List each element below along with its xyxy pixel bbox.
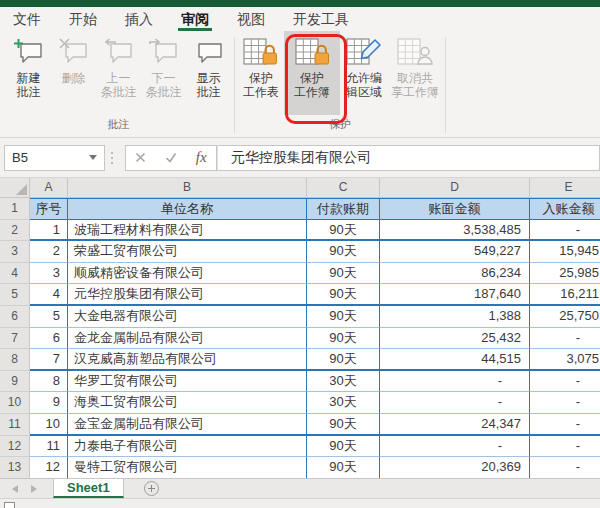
tab-view[interactable]: 视图 <box>237 7 265 31</box>
cell-term[interactable]: 90天 <box>307 414 380 436</box>
name-box-dropdown-icon[interactable] <box>89 155 97 160</box>
select-all-corner[interactable] <box>0 178 30 198</box>
cell-company[interactable]: 顺威精密设备有限公司 <box>68 263 307 285</box>
column-header-b[interactable]: B <box>68 178 307 198</box>
header-cell-book-amount[interactable]: 账面金额 <box>380 198 530 220</box>
protect-workbook-button[interactable]: 保护 工作簿 <box>284 31 340 115</box>
row-number[interactable]: 6 <box>0 306 30 328</box>
cell-book-amount[interactable]: 3,538,485 <box>380 220 530 242</box>
cell-recorded-amount[interactable]: 16,211 <box>530 284 600 306</box>
cell-company[interactable]: 力泰电子有限公司 <box>68 436 307 458</box>
name-box[interactable]: B5 <box>4 145 105 171</box>
row-number[interactable]: 1 <box>0 198 30 220</box>
cell-term[interactable]: 90天 <box>307 349 380 371</box>
sheet-tab-sheet1[interactable]: Sheet1 <box>53 479 124 498</box>
tab-file[interactable]: 文件 <box>13 7 41 31</box>
next-sheet-icon[interactable] <box>31 485 37 493</box>
cell-company[interactable]: 金宝金属制品有限公司 <box>68 414 307 436</box>
cell-term[interactable]: 30天 <box>307 392 380 414</box>
row-number[interactable]: 13 <box>0 457 30 478</box>
insert-function-icon[interactable]: fx <box>196 149 207 166</box>
cell-term[interactable]: 90天 <box>307 263 380 285</box>
show-comments-button[interactable]: 显示 批注 <box>186 31 231 115</box>
cell-serial[interactable]: 8 <box>30 371 68 393</box>
cell-recorded-amount[interactable]: - <box>530 392 600 414</box>
row-number[interactable]: 5 <box>0 284 30 306</box>
cell-book-amount[interactable]: - <box>380 436 530 458</box>
cell-serial[interactable]: 4 <box>30 284 68 306</box>
cell-company[interactable]: 波瑞工程材料有限公司 <box>68 220 307 242</box>
cell-term[interactable]: 90天 <box>307 284 380 306</box>
cell-company[interactable]: 元华控股集团有限公司 <box>68 284 307 306</box>
tab-review[interactable]: 审阅 <box>181 7 209 31</box>
cancel-icon[interactable] <box>135 149 146 167</box>
row-number[interactable]: 11 <box>0 414 30 436</box>
cell-book-amount[interactable]: 24,347 <box>380 414 530 436</box>
cell-recorded-amount[interactable]: - <box>530 371 600 393</box>
column-header-a[interactable]: A <box>30 178 68 198</box>
cell-recorded-amount[interactable]: - <box>530 220 600 242</box>
formula-input[interactable]: 元华控股集团有限公司 <box>217 145 600 171</box>
cell-company[interactable]: 汉克威高新塑品有限公司 <box>68 349 307 371</box>
cell-term[interactable]: 90天 <box>307 328 380 350</box>
cell-recorded-amount[interactable]: - <box>530 436 600 458</box>
row-number[interactable]: 4 <box>0 263 30 285</box>
cell-term[interactable]: 90天 <box>307 220 380 242</box>
row-number[interactable]: 12 <box>0 436 30 458</box>
cell-recorded-amount[interactable]: 15,945 <box>530 241 600 263</box>
cell-company[interactable]: 海奥工贸有限公司 <box>68 392 307 414</box>
row-number[interactable]: 10 <box>0 392 30 414</box>
cell-company[interactable]: 大金电器有限公司 <box>68 306 307 328</box>
header-cell-recorded-amount[interactable]: 入账金额 <box>530 198 600 220</box>
previous-sheet-icon[interactable] <box>12 485 18 493</box>
cell-serial[interactable]: 1 <box>30 220 68 242</box>
cell-recorded-amount[interactable]: - <box>530 457 600 478</box>
tab-home[interactable]: 开始 <box>69 7 97 31</box>
cell-serial[interactable]: 9 <box>30 392 68 414</box>
column-header-d[interactable]: D <box>380 178 530 198</box>
cell-term[interactable]: 90天 <box>307 436 380 458</box>
row-number[interactable]: 9 <box>0 371 30 393</box>
column-header-e[interactable]: E <box>530 178 600 198</box>
cell-recorded-amount[interactable]: 25,750 <box>530 306 600 328</box>
cell-recorded-amount[interactable]: 25,985 <box>530 263 600 285</box>
cell-book-amount[interactable]: 187,640 <box>380 284 530 306</box>
tab-insert[interactable]: 插入 <box>125 7 153 31</box>
header-cell-company[interactable]: 单位名称 <box>68 198 307 220</box>
cell-book-amount[interactable]: 1,388 <box>380 306 530 328</box>
cell-serial[interactable]: 2 <box>30 241 68 263</box>
cell-serial[interactable]: 7 <box>30 349 68 371</box>
new-comment-button[interactable]: 新建 批注 <box>6 31 51 115</box>
column-header-c[interactable]: C <box>307 178 380 198</box>
allow-edit-ranges-button[interactable]: 允许编 辑区域 <box>340 31 388 115</box>
enter-icon[interactable] <box>165 149 177 167</box>
cell-recorded-amount[interactable]: - <box>530 328 600 350</box>
row-number[interactable]: 7 <box>0 328 30 350</box>
cell-company[interactable]: 曼特工贸有限公司 <box>68 457 307 478</box>
cell-serial[interactable]: 11 <box>30 436 68 458</box>
cell-book-amount[interactable]: 20,369 <box>380 457 530 478</box>
cell-serial[interactable]: 12 <box>30 457 68 478</box>
add-sheet-icon[interactable] <box>144 481 159 496</box>
cell-book-amount[interactable]: 549,227 <box>380 241 530 263</box>
protect-sheet-button[interactable]: 保护 工作表 <box>238 31 284 115</box>
cell-serial[interactable]: 3 <box>30 263 68 285</box>
cell-book-amount[interactable]: 44,515 <box>380 349 530 371</box>
row-number[interactable]: 3 <box>0 241 30 263</box>
tab-developer[interactable]: 开发工具 <box>293 7 349 31</box>
cell-book-amount[interactable]: 86,234 <box>380 263 530 285</box>
cell-term[interactable]: 90天 <box>307 241 380 263</box>
cell-book-amount[interactable]: - <box>380 371 530 393</box>
header-cell-serial[interactable]: 序号 <box>30 198 68 220</box>
cell-term[interactable]: 90天 <box>307 306 380 328</box>
cell-recorded-amount[interactable]: - <box>530 414 600 436</box>
cell-company[interactable]: 荣盛工贸有限公司 <box>68 241 307 263</box>
cell-term[interactable]: 90天 <box>307 457 380 478</box>
cell-serial[interactable]: 6 <box>30 328 68 350</box>
header-cell-term[interactable]: 付款账期 <box>307 198 380 220</box>
cell-recorded-amount[interactable]: 3,075 <box>530 349 600 371</box>
cell-serial[interactable]: 5 <box>30 306 68 328</box>
cell-serial[interactable]: 10 <box>30 414 68 436</box>
cell-company[interactable]: 华罗工贸有限公司 <box>68 371 307 393</box>
cell-term[interactable]: 30天 <box>307 371 380 393</box>
